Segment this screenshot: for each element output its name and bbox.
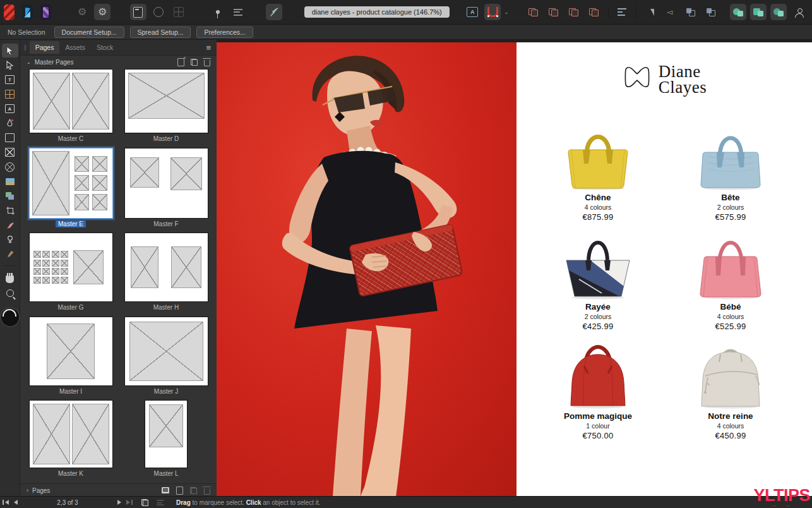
settings-gear-icon[interactable]: ⚙	[74, 4, 90, 20]
duplicate-master-icon[interactable]	[191, 59, 198, 66]
master-page-item-selected[interactable]: Master E	[28, 148, 114, 229]
last-page-button[interactable]	[126, 500, 133, 505]
layers-icon	[6, 192, 14, 200]
fashion-photo-frame[interactable]	[217, 42, 516, 497]
page-indicator[interactable]: 2,3 of 3	[20, 499, 115, 506]
snapping-button[interactable]	[484, 4, 501, 20]
document-canvas[interactable]: Diane Clayes	[217, 40, 812, 497]
product-image-bebe	[693, 229, 768, 299]
fill-tool[interactable]	[2, 233, 18, 246]
delete-page-icon[interactable]	[204, 488, 210, 495]
master-page-item[interactable]: Master J	[123, 317, 210, 397]
master-page-item[interactable]: Master F	[123, 148, 210, 229]
tab-pages[interactable]: Pages	[30, 41, 60, 54]
move-backward-button[interactable]	[703, 4, 719, 20]
master-page-item[interactable]: Master D	[123, 70, 210, 144]
asset-stack-tool[interactable]	[2, 189, 18, 203]
product-item[interactable]: Chêne 4 colours €875.99	[532, 119, 664, 222]
apply-master-icon[interactable]	[162, 487, 169, 493]
preferences-button[interactable]: Preferences...	[196, 27, 253, 38]
spread[interactable]: Diane Clayes	[217, 42, 812, 497]
boolean-subtract-button[interactable]	[750, 4, 767, 20]
master-page-item[interactable]: Master G	[28, 233, 114, 313]
rotation-view-button[interactable]	[150, 4, 167, 20]
preferences-gear-icon[interactable]: ⚙	[94, 4, 110, 20]
ungroup-button[interactable]	[586, 4, 602, 20]
product-item[interactable]: Notre reine 4 colours €450.99	[664, 338, 797, 440]
pen-tool[interactable]	[2, 116, 18, 130]
artistic-text-tool[interactable]: A	[2, 102, 18, 116]
list-options-button[interactable]	[230, 4, 246, 20]
catalogue-page[interactable]: Diane Clayes	[516, 42, 812, 497]
product-item[interactable]: Bête 2 colours €575.99	[664, 119, 797, 222]
delete-master-icon[interactable]	[204, 60, 210, 66]
first-page-button[interactable]	[3, 500, 9, 505]
product-item[interactable]: Rayée 2 colours €425.99	[532, 229, 664, 331]
brand-logo[interactable]: Diane Clayes	[516, 64, 812, 95]
previous-page-button[interactable]	[14, 500, 18, 505]
move-forward-button[interactable]	[683, 4, 699, 20]
master-pages-header[interactable]: ⌄ Master Pages	[20, 56, 217, 68]
zoom-tool[interactable]	[2, 286, 18, 300]
pin-button[interactable]	[210, 4, 226, 20]
flip-horizontal-button[interactable]	[642, 4, 659, 20]
move-tool[interactable]	[2, 44, 18, 57]
panel-menu-icon[interactable]: ≡	[206, 43, 211, 52]
single-page-view-button[interactable]	[130, 4, 146, 20]
picture-frame-rectangle-tool[interactable]	[2, 145, 18, 159]
node-cursor-icon	[6, 61, 14, 70]
rectangle-tool[interactable]	[2, 131, 18, 145]
master-page-item[interactable]: Master L	[123, 401, 210, 479]
dropper-icon	[6, 250, 14, 258]
master-page-item[interactable]: Master I	[28, 317, 114, 397]
snapping-dropdown[interactable]: ⌄	[504, 9, 509, 15]
node-tool[interactable]	[2, 58, 18, 72]
alignment-button[interactable]	[614, 4, 630, 20]
document-setup-button[interactable]: Document Setup...	[54, 27, 124, 38]
product-item[interactable]: Bébé 4 colours €525.99	[664, 229, 797, 331]
artistic-text-icon: A	[5, 104, 15, 113]
spread-setup-button[interactable]: Spread Setup...	[130, 27, 191, 38]
product-image-rayee	[560, 229, 636, 299]
add-master-icon[interactable]	[177, 58, 184, 66]
duplicate-page-icon[interactable]	[190, 487, 197, 494]
clone-button[interactable]	[546, 4, 562, 20]
collapse-arrow-icon[interactable]: ⌄	[27, 59, 31, 65]
photo-app-icon[interactable]	[40, 4, 51, 20]
panel-grip-icon[interactable]: ||	[24, 44, 26, 51]
master-page-item[interactable]: Master C	[28, 70, 114, 144]
text-frame-options-button[interactable]: A	[464, 4, 481, 20]
account-button[interactable]	[791, 4, 807, 20]
colour-picker-tool[interactable]	[2, 247, 18, 261]
vector-brush-tool[interactable]	[2, 218, 18, 232]
toolbar-divider	[636, 6, 636, 18]
master-page-item[interactable]: Master H	[123, 233, 210, 313]
designer-app-icon[interactable]	[22, 4, 33, 20]
place-image-tool[interactable]	[2, 174, 18, 188]
publisher-app-icon[interactable]	[4, 4, 15, 20]
pen-presets-button[interactable]	[266, 4, 282, 20]
product-item[interactable]: Pomme magique 1 colour €750.00	[532, 338, 664, 440]
pages-section-header[interactable]: › Pages	[20, 483, 217, 497]
text-view-toggle[interactable]	[156, 499, 165, 506]
group-button[interactable]	[566, 4, 582, 20]
add-page-icon[interactable]	[176, 487, 183, 495]
colour-selector-well[interactable]	[0, 307, 20, 327]
next-page-button[interactable]	[117, 500, 121, 505]
tab-stock[interactable]: Stock	[91, 41, 119, 54]
frame-text-tool[interactable]: T	[2, 73, 18, 87]
boolean-intersect-button[interactable]	[770, 4, 787, 20]
picture-frame-ellipse-tool[interactable]	[2, 160, 18, 174]
page-view-toggle[interactable]	[141, 499, 148, 506]
flip-vertical-button[interactable]: ◅	[662, 4, 679, 20]
view-hand-tool[interactable]	[2, 272, 18, 286]
expand-arrow-icon[interactable]: ›	[27, 487, 28, 493]
duplicate-button[interactable]	[525, 4, 542, 20]
table-tool[interactable]	[2, 87, 18, 101]
grid-view-button[interactable]	[170, 4, 187, 20]
crop-tool[interactable]	[2, 203, 18, 217]
product-price: €750.00	[582, 431, 613, 440]
master-page-item[interactable]: Master K	[28, 401, 114, 479]
boolean-add-button[interactable]	[730, 4, 746, 20]
tab-assets[interactable]: Assets	[59, 41, 91, 54]
